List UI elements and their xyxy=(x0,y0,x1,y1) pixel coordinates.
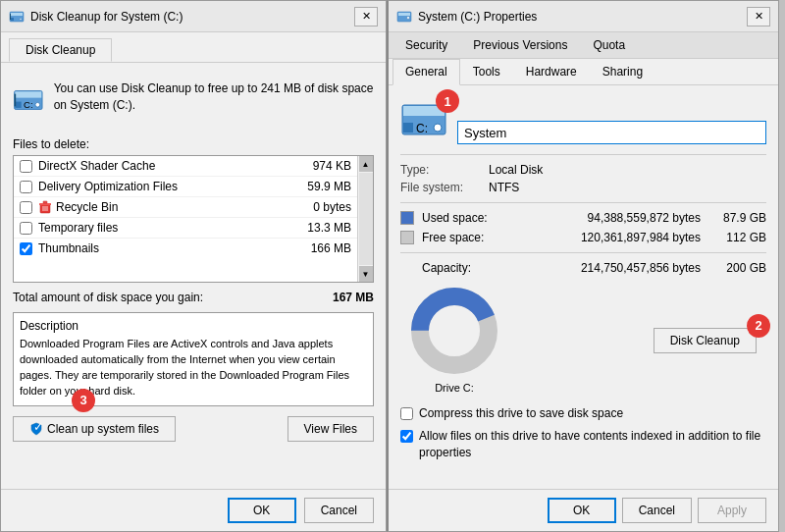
free-space-row: Free space: 120,361,897,984 bytes 112 GB xyxy=(400,231,766,244)
file-checkbox-thumbnails[interactable] xyxy=(20,242,32,255)
props-cancel-button[interactable]: Cancel xyxy=(622,498,692,523)
file-name: Recycle Bin xyxy=(56,200,297,214)
svg-point-8 xyxy=(35,102,40,107)
tab-quota[interactable]: Quota xyxy=(580,32,638,58)
allow-index-label: Allow files on this drive to have conten… xyxy=(419,428,766,461)
svg-rect-12 xyxy=(39,203,51,205)
used-hr: 87.9 GB xyxy=(712,211,766,225)
free-label: Free space: xyxy=(422,231,505,244)
intro-section: C: You can use Disk Cleanup to free up t… xyxy=(13,75,374,126)
properties-window: System (C:) Properties ✕ Security Previo… xyxy=(387,0,779,532)
disk-cleanup-btn-wrap: 2 Disk Cleanup xyxy=(654,328,757,353)
svg-rect-2 xyxy=(11,18,14,21)
tab-previous-versions[interactable]: Previous Versions xyxy=(460,32,580,58)
donut-wrap: Drive C: xyxy=(410,287,498,394)
cancel-button[interactable]: Cancel xyxy=(304,498,374,523)
disk-cleanup-content: C: You can use Disk Cleanup to free up t… xyxy=(1,63,386,489)
file-size: 59.9 MB xyxy=(297,180,351,193)
fs-row: File system: NTFS xyxy=(400,181,766,194)
file-checkbox-delivery[interactable] xyxy=(20,181,32,193)
svg-rect-7 xyxy=(15,102,21,108)
compress-checkbox[interactable] xyxy=(400,407,413,420)
donut-chart xyxy=(410,287,498,375)
cleanup-btn-wrap: 3 ✓ Clean up system files xyxy=(13,416,176,442)
tab-hardware[interactable]: Hardware xyxy=(513,59,590,84)
props-ok-button[interactable]: OK xyxy=(548,498,616,523)
svg-rect-4 xyxy=(10,14,11,20)
tab-tools[interactable]: Tools xyxy=(460,59,513,84)
scroll-up[interactable]: ▲ xyxy=(359,156,373,172)
description-title: Description xyxy=(20,319,367,333)
total-value: 167 MB xyxy=(333,291,374,304)
file-name: Temporary files xyxy=(38,221,297,235)
drive-name-input[interactable] xyxy=(457,121,766,144)
used-color-swatch xyxy=(400,211,414,225)
svg-point-24 xyxy=(434,124,442,132)
props-tabs-row2: General Tools Hardware Sharing xyxy=(389,59,778,85)
tab-security[interactable]: Security xyxy=(392,32,460,58)
files-list-container: DirectX Shader Cache 974 KB Delivery Opt… xyxy=(13,155,374,283)
divider1 xyxy=(400,154,766,155)
shield-icon: ✓ xyxy=(29,422,43,436)
scroll-down[interactable]: ▼ xyxy=(359,266,373,282)
file-checkbox-temp[interactable] xyxy=(20,222,32,235)
scrollbar[interactable]: ▲ ▼ xyxy=(357,156,373,282)
file-size: 13.3 MB xyxy=(297,221,351,235)
svg-rect-13 xyxy=(43,201,47,203)
annotation-2: 2 xyxy=(747,314,770,338)
props-tabs-row1: Security Previous Versions Quota xyxy=(389,32,778,59)
allow-index-checkbox[interactable] xyxy=(400,430,413,443)
type-row: Type: Local Disk xyxy=(400,163,766,177)
capacity-bytes: 214,750,457,856 bytes xyxy=(505,261,712,275)
file-size: 166 MB xyxy=(297,241,351,255)
list-item: Delivery Optimization Files 59.9 MB xyxy=(14,177,357,197)
files-label: Files to delete: xyxy=(13,137,374,151)
free-color-swatch xyxy=(400,231,414,244)
cleanup-system-files-button[interactable]: ✓ Clean up system files xyxy=(13,416,176,442)
file-size: 0 bytes xyxy=(297,200,351,214)
annotation-3: 3 xyxy=(72,389,95,412)
drive-c-icon: C: xyxy=(13,80,44,120)
compress-label: Compress this drive to save disk space xyxy=(419,405,623,422)
tab-sharing[interactable]: Sharing xyxy=(590,59,655,84)
fs-label: File system: xyxy=(400,181,489,194)
file-checkbox-directx[interactable] xyxy=(20,160,32,173)
capacity-hr: 200 GB xyxy=(712,261,766,275)
total-row: Total amount of disk space you gain: 167… xyxy=(13,291,374,304)
type-value: Local Disk xyxy=(489,163,543,177)
capacity-spacer xyxy=(400,261,414,275)
props-checkboxes: Compress this drive to save disk space A… xyxy=(400,405,766,460)
svg-rect-9 xyxy=(15,94,17,107)
list-item: DirectX Shader Cache 974 KB xyxy=(14,156,357,177)
used-space-row: Used space: 94,388,559,872 bytes 87.9 GB xyxy=(400,211,766,225)
svg-text:C:: C: xyxy=(24,99,33,110)
view-files-button[interactable]: View Files xyxy=(288,416,374,442)
allow-index-row: Allow files on this drive to have conten… xyxy=(400,428,766,461)
close-button[interactable]: ✕ xyxy=(354,7,378,27)
files-list[interactable]: DirectX Shader Cache 974 KB Delivery Opt… xyxy=(14,156,357,282)
chart-area: Drive C: 2 Disk Cleanup xyxy=(400,287,766,394)
properties-title: System (C:) Properties xyxy=(418,10,537,24)
svg-rect-1 xyxy=(11,13,23,16)
divider2 xyxy=(400,202,766,203)
used-label: Used space: xyxy=(422,211,505,225)
file-checkbox-recycle[interactable] xyxy=(20,201,32,214)
disk-cleanup-tab[interactable]: Disk Cleanup xyxy=(9,38,112,62)
used-bytes: 94,388,559,872 bytes xyxy=(505,211,712,225)
free-hr: 112 GB xyxy=(712,231,766,244)
properties-close-button[interactable]: ✕ xyxy=(747,7,770,27)
capacity-label: Capacity: xyxy=(422,261,505,275)
disk-cleanup-window: Disk Cleanup for System (C:) ✕ Disk Clea… xyxy=(0,0,387,532)
type-label: Type: xyxy=(400,163,489,177)
disk-cleanup-button[interactable]: Disk Cleanup xyxy=(654,328,757,353)
disk-cleanup-tabbar: Disk Cleanup xyxy=(1,32,386,63)
list-item: Temporary files 13.3 MB xyxy=(14,218,357,239)
props-apply-button[interactable]: Apply xyxy=(698,498,766,523)
props-bottom-buttons: OK Cancel Apply xyxy=(389,489,778,531)
scroll-track xyxy=(359,173,373,265)
file-name: Thumbnails xyxy=(38,241,297,255)
ok-button[interactable]: OK xyxy=(228,498,296,523)
svg-point-20 xyxy=(407,16,410,19)
tab-general[interactable]: General xyxy=(392,59,460,85)
svg-point-3 xyxy=(20,18,22,20)
